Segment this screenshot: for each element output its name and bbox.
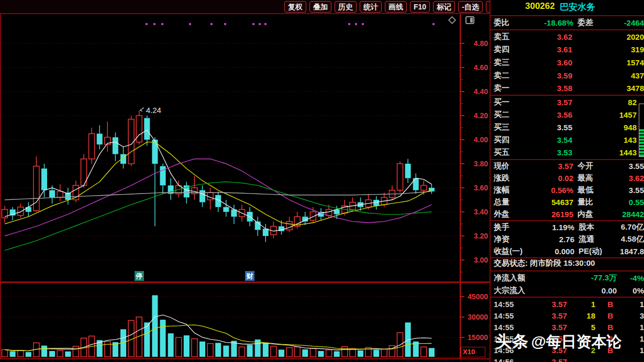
candle-up[interactable]	[89, 134, 95, 159]
volume-bar-up[interactable]	[2, 349, 8, 357]
volume-bar-up[interactable]	[105, 342, 110, 357]
order-price[interactable]: 3.62	[527, 32, 572, 41]
stat-row[interactable]: 收益(一)0.000PE(动)1847.8	[491, 245, 644, 257]
volume-bar-down[interactable]	[199, 342, 205, 357]
candle-down[interactable]	[26, 207, 31, 212]
volume-bar-down[interactable]	[373, 350, 379, 357]
volume-bar-down[interactable]	[41, 346, 47, 357]
menu-button--自选[interactable]: -自选	[458, 1, 483, 13]
volume-bar-down[interactable]	[184, 335, 190, 357]
volume-bar-up[interactable]	[294, 347, 300, 357]
candle-down[interactable]	[41, 168, 47, 190]
volume-bar-down[interactable]	[26, 352, 31, 357]
panel-toggle-icon[interactable]	[465, 16, 474, 24]
candle-down[interactable]	[49, 190, 55, 198]
volume-bar-up[interactable]	[176, 337, 182, 357]
sell-order-row[interactable]: 卖五3.622020	[491, 30, 644, 43]
stat-row[interactable]: 涨幅0.56%最低3.55	[491, 184, 644, 196]
stat-row[interactable]: 净资2.76流通4.58亿	[491, 233, 644, 245]
menu-button-历史[interactable]: 历史	[335, 1, 357, 13]
order-price[interactable]: 3.56	[527, 110, 572, 119]
sell-order-row[interactable]: 卖四3.61319	[491, 43, 644, 56]
trade-row[interactable]: 14:563.57	[491, 356, 644, 362]
stat-row[interactable]: 外盘26195内盘28442	[491, 208, 644, 220]
volume-chart[interactable]	[0, 283, 460, 358]
candle-down[interactable]	[405, 164, 411, 178]
volume-bar-up[interactable]	[73, 346, 79, 357]
menu-button-F10[interactable]: F10	[410, 1, 430, 13]
volume-bar-down[interactable]	[247, 345, 253, 357]
volume-bar-up[interactable]	[326, 350, 332, 357]
stat-row[interactable]: 换手1.19%股本6.70亿	[491, 221, 644, 233]
volume-bar-down[interactable]	[223, 346, 229, 357]
volume-bar-down[interactable]	[168, 333, 174, 357]
flow-row[interactable]: 大宗流入0.000%	[491, 285, 644, 297]
candle-down[interactable]	[113, 137, 118, 154]
volume-bar-down[interactable]	[65, 352, 71, 357]
candle-up[interactable]	[136, 116, 142, 142]
volume-bar-down[interactable]	[334, 352, 340, 357]
order-price[interactable]: 3.54	[527, 135, 572, 144]
volume-bar-up[interactable]	[381, 349, 387, 357]
order-price[interactable]: 3.61	[527, 45, 572, 54]
volume-bar-down[interactable]	[279, 349, 284, 357]
volume-bar-down[interactable]	[358, 350, 363, 357]
order-price[interactable]: 3.60	[527, 58, 572, 67]
weibi-row[interactable]: 委比-18.68%委差-2464	[491, 16, 644, 29]
volume-bar-up[interactable]	[286, 348, 292, 357]
order-price[interactable]: 3.57	[527, 98, 572, 107]
flow-row[interactable]: 净流入额-77.3万-4%	[491, 272, 644, 285]
order-price[interactable]: 3.55	[527, 123, 572, 132]
menu-button-标记[interactable]: 标记	[433, 1, 455, 13]
volume-bar-up[interactable]	[310, 348, 316, 357]
volume-bar-up[interactable]	[421, 347, 427, 357]
order-price[interactable]: 3.59	[527, 71, 572, 80]
candle-up[interactable]	[18, 207, 24, 216]
stat-row[interactable]: 现价3.57今开3.55	[491, 160, 644, 172]
sell-order-row[interactable]: 卖三3.601574	[491, 56, 644, 69]
stock-code[interactable]: 300262	[525, 1, 555, 12]
volume-bar-down[interactable]	[215, 343, 221, 357]
stat-row[interactable]: 涨跌0.02最高3.62	[491, 172, 644, 184]
candle-up[interactable]	[286, 221, 292, 230]
menu-button-复权[interactable]: 复权	[284, 1, 306, 13]
volume-bar-up[interactable]	[57, 350, 63, 357]
sell-order-row[interactable]: 卖一3.583478	[491, 82, 644, 95]
candle-down[interactable]	[413, 178, 419, 190]
volume-bar-up[interactable]	[207, 344, 213, 357]
volume-bar-up[interactable]	[271, 346, 276, 357]
volume-bar-down[interactable]	[10, 352, 16, 357]
candlestick-chart[interactable]: 4.24	[0, 14, 460, 281]
candle-up[interactable]	[34, 166, 39, 211]
sell-order-row[interactable]: 卖二3.59437	[491, 69, 644, 82]
candle-down[interactable]	[97, 134, 103, 145]
buy-order-row[interactable]: 买四3.54143	[491, 133, 644, 146]
volume-bar-down[interactable]	[152, 295, 158, 357]
candle-down[interactable]	[199, 190, 205, 202]
candle-up[interactable]	[421, 185, 427, 190]
volume-bar-up[interactable]	[342, 347, 348, 357]
buy-order-row[interactable]: 买一3.5782	[491, 96, 644, 108]
volume-bar-up[interactable]	[18, 350, 24, 357]
volume-bar-down[interactable]	[160, 320, 166, 357]
volume-bar-down[interactable]	[263, 343, 269, 357]
candle-down[interactable]	[144, 118, 150, 140]
trade-row[interactable]: 14:553.5718B3	[491, 310, 644, 321]
menu-button-统计[interactable]: 统计	[360, 1, 382, 13]
buy-order-row[interactable]: 买三3.55948	[491, 121, 644, 133]
event-marker-财[interactable]: 财	[245, 271, 254, 281]
volume-bar-up[interactable]	[239, 347, 245, 357]
candle-up[interactable]	[397, 164, 403, 190]
stock-name[interactable]: 巴安水务	[560, 1, 595, 13]
candle-down[interactable]	[223, 207, 229, 212]
volume-bar-down[interactable]	[429, 348, 435, 357]
volume-bar-down[interactable]	[318, 351, 324, 357]
volume-bar-up[interactable]	[192, 339, 197, 357]
volume-bar-down[interactable]	[302, 349, 308, 357]
order-price[interactable]: 3.53	[527, 148, 572, 157]
stat-row[interactable]: 总量54637量比0.55	[491, 196, 644, 208]
buy-order-row[interactable]: 买五3.531443	[491, 146, 644, 159]
trade-row[interactable]: 14:553.571B1	[491, 298, 644, 310]
candle-down[interactable]	[263, 229, 269, 236]
event-marker-停[interactable]: 停	[135, 271, 144, 281]
